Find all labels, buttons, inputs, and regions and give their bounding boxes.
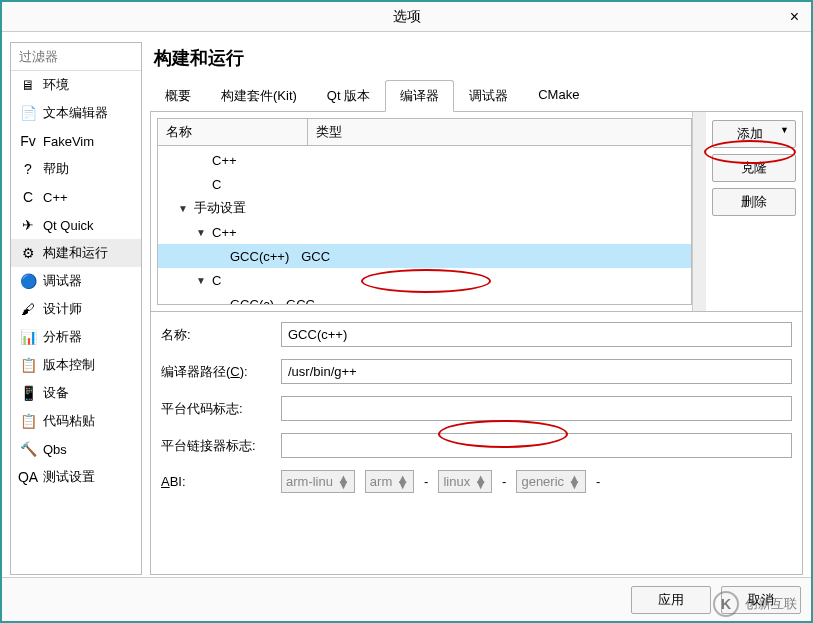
sidebar-icon: 🔵 [19,272,37,290]
tree-row[interactable]: ▼C++ [158,220,691,244]
clone-button[interactable]: 克隆 [712,154,796,182]
sidebar-item[interactable]: 📋代码粘贴 [11,407,141,435]
path-label: 编译器路径(C): [161,363,271,381]
expand-arrow-icon[interactable]: ▼ [176,203,190,214]
sidebar-item[interactable]: ✈Qt Quick [11,211,141,239]
chevron-down-icon: ▼ [780,125,789,135]
tree-label: C [208,177,225,192]
sidebar-item[interactable]: 🖥环境 [11,71,141,99]
sidebar-item-label: 帮助 [43,160,69,178]
sidebar-item-label: 版本控制 [43,356,95,374]
tab[interactable]: 调试器 [454,80,523,112]
sidebar-icon: C [19,188,37,206]
sidebar-icon: 🖥 [19,76,37,94]
sidebar-icon: ✈ [19,216,37,234]
sidebar-item-label: 设备 [43,384,69,402]
sidebar-item[interactable]: 📊分析器 [11,323,141,351]
sidebar-icon: 📊 [19,328,37,346]
bottom-bar: 应用 取消 [2,577,811,621]
name-label: 名称: [161,326,271,344]
sidebar-icon: 📋 [19,412,37,430]
sidebar-item[interactable]: CC++ [11,183,141,211]
name-field[interactable] [281,322,792,347]
codeflag-label: 平台代码标志: [161,400,271,418]
sidebar-icon: Fv [19,132,37,150]
tree-header-type[interactable]: 类型 [308,119,691,145]
abi-select[interactable]: arm-linu▲▼ [281,470,355,493]
sidebar-item-label: Qt Quick [43,218,94,233]
tab[interactable]: Qt 版本 [312,80,385,112]
tree-row[interactable]: ▼C [158,268,691,292]
sidebar-item-label: 调试器 [43,272,82,290]
tree-label: GCC(c) [226,297,278,306]
tree-label: C [208,273,225,288]
tree-header-name[interactable]: 名称 [158,119,308,145]
tree-type: GCC [293,249,330,264]
sidebar-item[interactable]: 📋版本控制 [11,351,141,379]
watermark: K 创新互联 [713,591,797,617]
tab-body: 名称 类型 C++C▼手动设置▼C++GCC(c++)GCC▼CGCC(c)GC… [150,112,803,575]
tree-label: C++ [208,153,241,168]
linkflag-label: 平台链接器标志: [161,437,271,455]
sidebar: 🖥环境📄文本编辑器FvFakeVim?帮助CC++✈Qt Quick⚙构建和运行… [10,42,142,575]
tree-row[interactable]: ▼手动设置 [158,196,691,220]
sidebar-item-label: 分析器 [43,328,82,346]
compiler-tree: 名称 类型 C++C▼手动设置▼C++GCC(c++)GCC▼CGCC(c)GC… [157,118,692,305]
tree-row[interactable]: GCC(c++)GCC [158,244,691,268]
sidebar-item[interactable]: FvFakeVim [11,127,141,155]
sidebar-icon: 🔨 [19,440,37,458]
sidebar-item[interactable]: QA测试设置 [11,463,141,491]
tree-label: 手动设置 [190,199,250,217]
abi-label: ABI: [161,474,271,489]
sidebar-item[interactable]: 📄文本编辑器 [11,99,141,127]
sidebar-item-label: 测试设置 [43,468,95,486]
sidebar-icon: 📱 [19,384,37,402]
sidebar-item-label: 代码粘贴 [43,412,95,430]
apply-button[interactable]: 应用 [631,586,711,614]
filter-input[interactable] [11,43,141,71]
sidebar-item[interactable]: ⚙构建和运行 [11,239,141,267]
sidebar-item-label: C++ [43,190,68,205]
sidebar-item-label: 环境 [43,76,69,94]
delete-button[interactable]: 删除 [712,188,796,216]
linkflag-field[interactable] [281,433,792,458]
add-button[interactable]: 添加▼ [712,120,796,148]
watermark-logo-icon: K [713,591,739,617]
tree-type: GCC [278,297,315,306]
sidebar-icon: QA [19,468,37,486]
sidebar-item[interactable]: 🖌设计师 [11,295,141,323]
sidebar-item[interactable]: ?帮助 [11,155,141,183]
close-icon[interactable]: × [790,8,799,26]
compiler-path-field[interactable] [281,359,792,384]
sidebar-icon: ? [19,160,37,178]
tab[interactable]: 构建套件(Kit) [206,80,312,112]
tabs: 概要构建套件(Kit)Qt 版本编译器调试器CMake [150,80,803,112]
scrollbar[interactable] [692,112,706,311]
tree-row[interactable]: GCC(c)GCC [158,292,691,305]
tree-label: C++ [208,225,241,240]
sidebar-icon: ⚙ [19,244,37,262]
expand-arrow-icon[interactable]: ▼ [194,275,208,286]
sidebar-item[interactable]: 📱设备 [11,379,141,407]
sidebar-item-label: 构建和运行 [43,244,108,262]
tree-label: GCC(c++) [226,249,293,264]
tree-row[interactable]: C [158,172,691,196]
page-title: 构建和运行 [150,42,803,80]
main-panel: 构建和运行 概要构建套件(Kit)Qt 版本编译器调试器CMake 名称 类型 … [150,42,803,575]
abi-arch[interactable]: arm▲▼ [365,470,414,493]
tree-row[interactable]: C++ [158,148,691,172]
sidebar-item[interactable]: 🔵调试器 [11,267,141,295]
tab[interactable]: CMake [523,80,594,112]
sidebar-item[interactable]: 🔨Qbs [11,435,141,463]
abi-flavor[interactable]: generic▲▼ [516,470,586,493]
abi-os[interactable]: linux▲▼ [438,470,492,493]
codeflag-field[interactable] [281,396,792,421]
sidebar-icon: 📄 [19,104,37,122]
tab[interactable]: 编译器 [385,80,454,112]
expand-arrow-icon[interactable]: ▼ [194,227,208,238]
sidebar-item-label: FakeVim [43,134,94,149]
tab[interactable]: 概要 [150,80,206,112]
window-title: 选项 [393,8,421,26]
sidebar-item-label: 文本编辑器 [43,104,108,122]
watermark-text: 创新互联 [745,595,797,613]
